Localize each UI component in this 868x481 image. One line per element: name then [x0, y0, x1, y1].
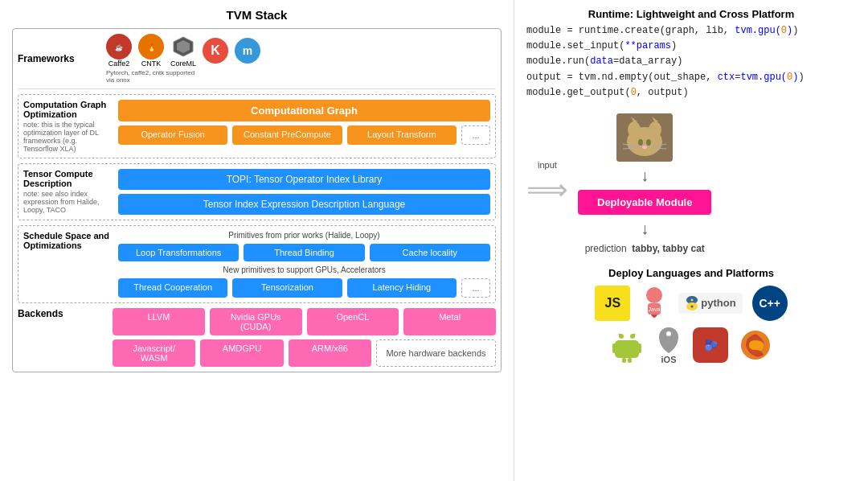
- wasm-backend: Javascript/ WASM: [113, 339, 195, 367]
- layout-transform: Layout Transform: [347, 125, 457, 145]
- svg-point-8: [628, 121, 641, 138]
- code-line-4: output = tvm.nd.empty(out_shape, ctx=tvm…: [526, 70, 856, 85]
- prediction-value: tabby, tabby cat: [632, 243, 704, 254]
- ss-section: Schedule Space and Optimizations Primiti…: [18, 225, 496, 303]
- down-arrow-icon: ↓: [641, 166, 649, 185]
- svg-rect-30: [637, 343, 641, 353]
- input-section: input ⟹: [526, 160, 568, 207]
- caffe2-logo: ☕ Caffe2: [106, 34, 132, 68]
- svg-point-24: [691, 298, 694, 301]
- python-text: python: [701, 297, 735, 309]
- latency-hiding: Latency Hiding: [347, 278, 457, 298]
- tcd-section: Tensor Compute Description note: see als…: [18, 163, 496, 220]
- tvm-box: Frameworks ☕ Caffe2: [12, 28, 502, 372]
- code-line-3: module.run(data=data_array): [526, 54, 856, 69]
- tcd-right: TOPI: Tensor Operator Index Library Tens…: [118, 169, 490, 215]
- ios-text: iOS: [661, 355, 677, 364]
- backends-label: Backends: [18, 308, 106, 319]
- code-block: module = runtime.create(graph, lib, tvm.…: [526, 23, 856, 101]
- tcd-left: Tensor Compute Description note: see als…: [23, 169, 112, 215]
- cgo-section: Computation Graph Optimization note: thi…: [18, 94, 496, 158]
- svg-point-19: [646, 287, 662, 303]
- cgo-note: note: this is the typical optimization l…: [23, 121, 112, 153]
- ss-right: Primitives from prior works (Halide, Loo…: [118, 231, 490, 298]
- tvm-gpu-1: tvm.gpu(0): [735, 25, 792, 36]
- android-logo: [609, 327, 645, 363]
- ss-row1: Loop Transformations Thread Binding Cach…: [118, 244, 490, 261]
- cpp-logo: C++: [752, 286, 788, 321]
- svg-point-12: [638, 139, 643, 146]
- svg-text:🔥: 🔥: [147, 43, 157, 52]
- thread-binding: Thread Binding: [244, 244, 364, 261]
- ss-label: Schedule Space and Optimizations: [23, 231, 112, 250]
- backends-row2: Javascript/ WASM AMDGPU ARM/x86 More har…: [113, 339, 496, 367]
- js-logo: JS: [595, 286, 630, 321]
- frameworks-sub-note: Pytorch, caffe2, cntk supported via onnx: [106, 69, 203, 84]
- svg-text:Java: Java: [649, 306, 661, 312]
- runtime-section: Runtime: Lightweight and Cross Platform …: [526, 8, 856, 101]
- cuda-backend: Nvidia GPUs (CUDA): [210, 308, 302, 335]
- svg-rect-32: [628, 358, 632, 363]
- ss-note2: New primitives to support GPUs, Accelera…: [118, 265, 490, 274]
- svg-point-25: [691, 305, 694, 307]
- tcd-note: note: see also index expression from Hal…: [23, 190, 112, 214]
- left-panel: TVM Stack Frameworks ☕ Caffe2: [0, 0, 514, 481]
- amdgpu-backend: AMDGPU: [200, 339, 283, 367]
- deploy-title: Deploy Languages and Platforms: [526, 267, 856, 279]
- backends-section: Backends LLVM Nvidia GPUs (CUDA) OpenCL …: [18, 308, 496, 367]
- module-section: ↓ Deployable Module ↓ prediction tabby, …: [578, 113, 711, 254]
- tensorization: Tensorization: [232, 278, 342, 298]
- output-zero: 0: [631, 87, 637, 98]
- svg-rect-29: [612, 343, 616, 353]
- tvm-title: TVM Stack: [12, 8, 502, 22]
- java-logo: Java: [640, 286, 669, 321]
- metal-backend: Metal: [403, 308, 496, 335]
- down-arrow-2-icon: ↓: [641, 220, 649, 238]
- ss-note1: Primitives from prior works (Halide, Loo…: [118, 231, 490, 240]
- cat-image: [616, 113, 673, 162]
- backends-row1: LLVM Nvidia GPUs (CUDA) OpenCL Metal: [113, 308, 496, 335]
- ss-row2: Thread Cooperation Tensorization Latency…: [118, 278, 490, 298]
- cgo-label: Computation Graph Optimization: [23, 100, 112, 119]
- keras-logo: K: [203, 38, 228, 64]
- svg-point-14: [642, 146, 647, 149]
- svg-point-9: [649, 121, 661, 138]
- python-logo: python: [678, 293, 742, 314]
- ss-ellipsis: ...: [461, 278, 490, 298]
- tvm-gpu-2: tvm.gpu(0): [740, 72, 798, 83]
- svg-text:🫐: 🫐: [704, 339, 719, 352]
- computational-graph-bar: Computational Graph: [118, 100, 490, 121]
- frameworks-label: Frameworks: [18, 53, 106, 64]
- frameworks-row: Frameworks ☕ Caffe2: [18, 34, 496, 89]
- cgo-ellipsis: ...: [461, 125, 490, 145]
- backends-right: LLVM Nvidia GPUs (CUDA) OpenCL Metal Jav…: [113, 308, 496, 367]
- ctx-param: ctx: [718, 72, 735, 83]
- svg-point-13: [646, 139, 651, 146]
- prediction-row: prediction tabby, tabby cat: [585, 243, 705, 254]
- cgo-left: Computation Graph Optimization note: thi…: [23, 100, 112, 153]
- svg-rect-26: [615, 340, 639, 358]
- tensor-index-bar: Tensor Index Expression Description Lang…: [118, 194, 490, 215]
- backends-left: Backends: [18, 308, 106, 319]
- llvm-backend: LLVM: [113, 308, 205, 335]
- deploy-section: Deploy Languages and Platforms JS Java: [526, 267, 856, 369]
- deploy-logos-row2: iOS 🫐: [526, 326, 856, 364]
- ss-left: Schedule Space and Optimizations: [23, 231, 112, 298]
- deploy-logos-row1: JS Java python: [526, 286, 856, 321]
- mxnet-logo: m: [235, 38, 260, 64]
- arm-backend: ARM/x86: [289, 339, 371, 367]
- cache-locality: Cache locality: [370, 244, 490, 261]
- firefox-logo: [738, 327, 773, 363]
- operator-fusion: Operator Fusion: [118, 125, 227, 145]
- svg-text:☕: ☕: [115, 43, 123, 51]
- data-param: data: [590, 56, 613, 67]
- cgo-right: Computational Graph Operator Fusion Cons…: [118, 100, 490, 153]
- constant-precompute: Constant PreCompute: [232, 125, 342, 145]
- visual-flow: input ⟹: [526, 113, 856, 254]
- opencl-backend: OpenCL: [307, 308, 399, 335]
- code-line-2: module.set_input(**params): [526, 39, 856, 54]
- topi-bar: TOPI: Tensor Operator Index Library: [118, 169, 490, 190]
- loop-transformations: Loop Transformations: [118, 244, 239, 261]
- more-backends: More hardware backends: [376, 339, 496, 367]
- runtime-title: Runtime: Lightweight and Cross Platform: [526, 8, 856, 20]
